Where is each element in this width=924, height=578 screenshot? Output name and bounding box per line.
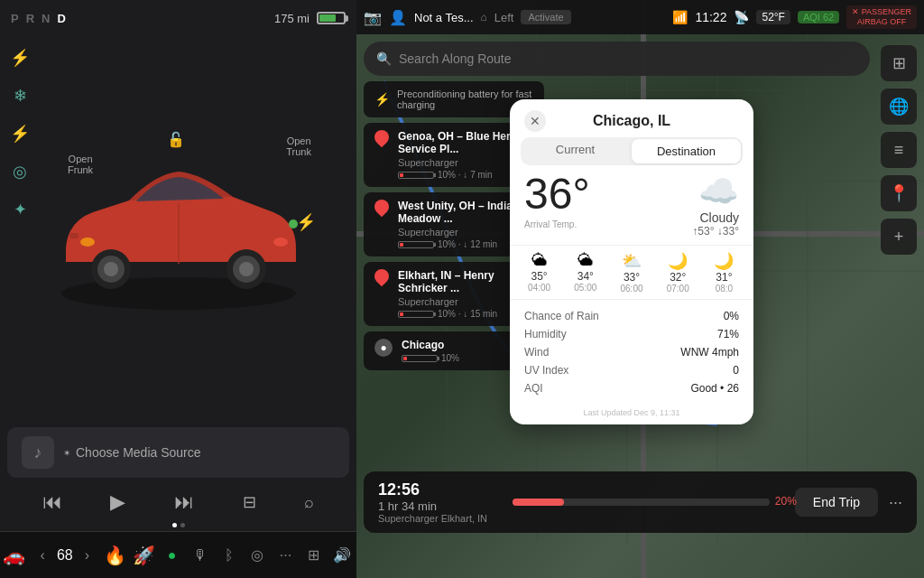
route-pin-0: [372, 127, 393, 148]
humidity-value: 71%: [717, 328, 739, 340]
media-page-dots: [0, 523, 356, 531]
battery-progress-area: 20%: [502, 499, 781, 506]
search-icon: 🔍: [376, 51, 392, 66]
temperature-display: 68: [57, 547, 73, 564]
media-controls: ⏮ ▶ ⏭ ⊟ ⌕: [0, 481, 356, 523]
tesla-header: 📷 👤 Not a Tes... ⌂ Left Activate 📶 11:22…: [356, 0, 924, 34]
detail-humidity: Humidity 71%: [524, 325, 739, 343]
nav-back-arrow[interactable]: ‹: [28, 537, 56, 573]
more-options-icon[interactable]: ···: [889, 493, 902, 512]
aqi-display: AQI 62: [798, 11, 839, 23]
map-globe-button[interactable]: 🌐: [881, 89, 917, 125]
more-dots-icon[interactable]: ···: [272, 537, 300, 573]
activate-button[interactable]: Activate: [521, 10, 570, 24]
rocket-icon[interactable]: 🚀: [130, 537, 158, 573]
eq-button[interactable]: ⊟: [243, 492, 256, 512]
podcast-icon[interactable]: 🎙: [186, 537, 214, 573]
open-trunk-label[interactable]: Open Trunk: [286, 135, 311, 157]
next-button[interactable]: ⏭: [174, 490, 194, 514]
volume-icon[interactable]: 🔊: [328, 537, 356, 573]
camera-icon[interactable]: ◎: [243, 537, 271, 573]
left-panel: P R N D 175 mi ⚡ ❄ ⚡ ◎ ✦ Open Frunk 🔓 Op…: [0, 0, 356, 578]
hour-3-time: 07:00: [656, 284, 700, 294]
bluetooth-icon[interactable]: ᛒ: [215, 537, 243, 573]
weather-temp-display: 36°: [524, 172, 590, 216]
open-frunk-label[interactable]: Open Frunk: [68, 154, 93, 175]
bottom-route-bar: 12:56 1 hr 34 min Supercharger Elkhart, …: [364, 471, 917, 533]
camera-header-icon: 📷: [364, 9, 382, 26]
car-nav-icon[interactable]: 🚗: [0, 537, 28, 573]
hi-lo-display: ↑53° ↓33°: [692, 225, 739, 238]
outside-temp: 52°F: [756, 10, 790, 24]
hourly-forecast: 🌥 35° 04:00 🌥 34° 05:00 ⛅ 33° 06:00 🌙 32…: [510, 245, 753, 299]
hour-0-time: 04:00: [517, 283, 561, 293]
route-time-info: 12:56 1 hr 34 min Supercharger Elkhart, …: [378, 480, 487, 524]
battery-fill: [513, 499, 564, 506]
home-icon: ⌂: [481, 11, 487, 23]
right-panel: 📷 👤 Not a Tes... ⌂ Left Activate 📶 11:22…: [356, 0, 924, 578]
spotify-icon[interactable]: ●: [158, 537, 186, 573]
hour-4: 🌙 31° 08:0: [702, 251, 746, 294]
media-source-label[interactable]: Choose Media Source: [63, 445, 201, 460]
signal-icon: 📡: [734, 10, 749, 24]
svg-point-10: [273, 238, 288, 247]
user-header-icon: 👤: [389, 9, 407, 26]
tab-current[interactable]: Current: [521, 137, 630, 165]
search-bar[interactable]: 🔍 Search Along Route: [364, 42, 870, 76]
detail-wind: Wind WNW 4mph: [524, 343, 739, 361]
hour-3-temp: 32°: [656, 271, 700, 284]
svg-point-3: [104, 262, 118, 276]
aqi-label: AQI: [803, 12, 820, 23]
weather-details: Chance of Rain 0% Humidity 71% Wind WNW …: [510, 299, 753, 405]
hour-2: ⛅ 33° 06:00: [609, 251, 653, 294]
weather-city-label: Chicago, IL: [593, 113, 670, 129]
hour-1: 🌥 34° 05:00: [563, 251, 607, 294]
destination-pin: ●: [374, 339, 393, 357]
map-location-button[interactable]: 📍: [881, 175, 917, 211]
hour-4-temp: 31°: [702, 271, 746, 284]
dot-2: [180, 523, 185, 527]
tab-destination[interactable]: Destination: [632, 139, 741, 163]
hour-0: 🌥 35° 04:00: [517, 251, 561, 294]
map-add-button[interactable]: +: [881, 219, 917, 255]
lock-icon[interactable]: 🔓: [167, 131, 185, 148]
weather-updated-label: Last Updated Dec 9, 11:31: [510, 405, 753, 424]
svg-point-9: [80, 238, 95, 247]
range-info: 175 mi: [274, 12, 346, 25]
flame-icon[interactable]: 🔥: [101, 537, 129, 573]
top-bar: P R N D 175 mi: [0, 0, 356, 36]
gear-d: D: [57, 12, 65, 25]
hour-2-time: 06:00: [609, 284, 653, 294]
prnd-display: P R N D: [11, 12, 66, 25]
map-list-button[interactable]: ≡: [881, 132, 917, 168]
weather-popup: ✕ Chicago, IL Current Destination 36° Ar…: [510, 99, 753, 424]
battery-indicator: [317, 12, 346, 24]
hour-1-icon: 🌥: [563, 251, 607, 270]
cloud-icon: ☁️: [692, 172, 739, 210]
home-label: Left: [494, 11, 514, 24]
bottom-nav: 🚗 ‹ 68 › 🔥 🚀 ● 🎙 ᛒ ◎ ··· ⊞ 🔊: [0, 531, 356, 578]
uv-value: 0: [733, 364, 739, 377]
media-source-icon: ♪: [22, 436, 54, 469]
route-pin-1: [372, 197, 393, 218]
play-button[interactable]: ▶: [110, 490, 125, 514]
map-controls: ⊞ 🌐 ≡ 📍 +: [881, 45, 917, 255]
supercharger-stop: Supercharger Elkhart, IN: [378, 513, 487, 524]
route-pin-2: [372, 266, 393, 287]
end-trip-button[interactable]: End Trip: [795, 488, 878, 517]
nav-forward-arrow[interactable]: ›: [73, 537, 101, 573]
weather-tabs: Current Destination: [521, 137, 743, 165]
stop-3-battery: 10%: [402, 353, 459, 363]
humidity-label: Humidity: [524, 328, 567, 340]
grid-icon[interactable]: ⊞: [300, 537, 328, 573]
detail-uv: UV Index 0: [524, 361, 739, 379]
map-layers-button[interactable]: ⊞: [881, 45, 917, 81]
search-media-button[interactable]: ⌕: [304, 493, 314, 512]
weather-close-button[interactable]: ✕: [524, 110, 546, 132]
wind-value: WNW 4mph: [680, 346, 739, 359]
prev-button[interactable]: ⏮: [42, 490, 62, 514]
weather-main: 36° Arrival Temp. ☁️ Cloudy ↑53° ↓33°: [510, 172, 753, 245]
hour-1-temp: 34°: [563, 270, 607, 283]
weather-condition: ☁️ Cloudy ↑53° ↓33°: [692, 172, 739, 238]
hour-3-icon: 🌙: [656, 251, 700, 271]
